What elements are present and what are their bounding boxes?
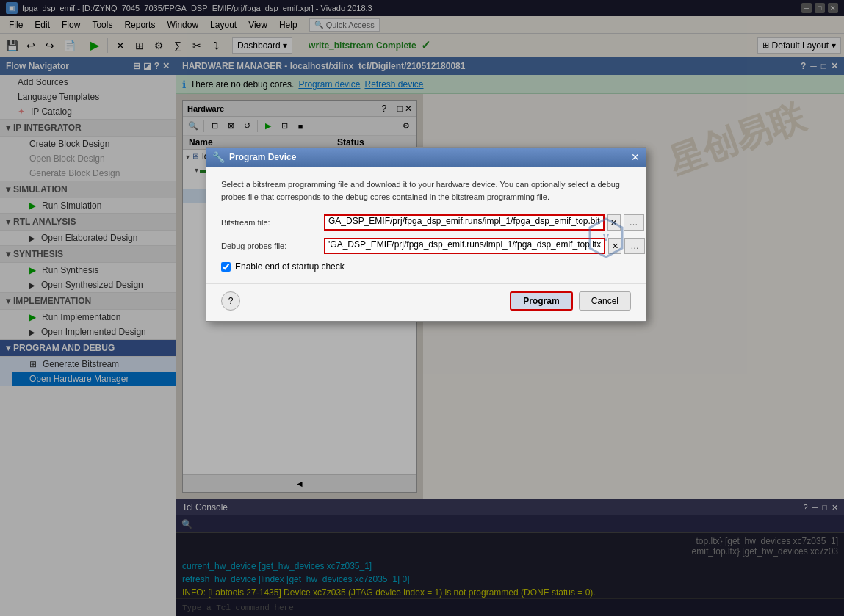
- dialog-logo-area: V: [588, 217, 624, 261]
- dialog-program-icon: 🔧: [212, 151, 225, 163]
- dialog-help-button[interactable]: ?: [221, 291, 240, 311]
- dialog-close-button[interactable]: ✕: [631, 151, 640, 163]
- vivado-logo-icon: V: [588, 217, 624, 258]
- svg-text:V: V: [603, 233, 609, 243]
- dialog-title-text: Program Device: [229, 152, 296, 162]
- dialog-footer: ? Program Cancel: [206, 283, 646, 321]
- dialog-debug-input[interactable]: 'GA_DSP_EMIF/prj/fpga_dsp_emif.runs/impl…: [324, 238, 605, 254]
- dialog-bitstream-field: Bitstream file: GA_DSP_EMIF/prj/fpga_dsp…: [221, 214, 631, 231]
- dialog-description: Select a bitstream programming file and …: [221, 178, 631, 203]
- dialog-cancel-button[interactable]: Cancel: [579, 291, 631, 311]
- dialog-bitstream-browse-button[interactable]: …: [624, 214, 644, 231]
- dialog-bitstream-input[interactable]: GA_DSP_EMIF/prj/fpga_dsp_emif.runs/impl_…: [324, 214, 605, 231]
- dialog-debug-label: Debug probes file:: [221, 242, 324, 250]
- dialog-content: Select a bitstream programming file and …: [206, 167, 646, 283]
- dialog-title: 🔧 Program Device: [212, 151, 296, 163]
- dialog-checkbox-area: Enable end of startup check: [221, 261, 631, 272]
- startup-check-input[interactable]: [221, 262, 231, 272]
- dialog-debug-field: Debug probes file: 'GA_DSP_EMIF/prj/fpga…: [221, 238, 631, 254]
- program-device-dialog: 🔧 Program Device ✕ Select a bitstream pr…: [206, 147, 646, 322]
- dialog-bitstream-label: Bitstream file:: [221, 218, 324, 227]
- dialog-title-bar: 🔧 Program Device ✕: [206, 148, 646, 167]
- dialog-debug-browse-button[interactable]: …: [624, 238, 645, 254]
- startup-check-label: Enable end of startup check: [235, 261, 345, 272]
- dialog-program-button[interactable]: Program: [510, 291, 572, 311]
- dialog-debug-value: 'GA_DSP_EMIF/prj/fpga_dsp_emif.runs/impl…: [328, 239, 601, 250]
- dialog-bitstream-value: GA_DSP_EMIF/prj/fpga_dsp_emif.runs/impl_…: [328, 216, 600, 226]
